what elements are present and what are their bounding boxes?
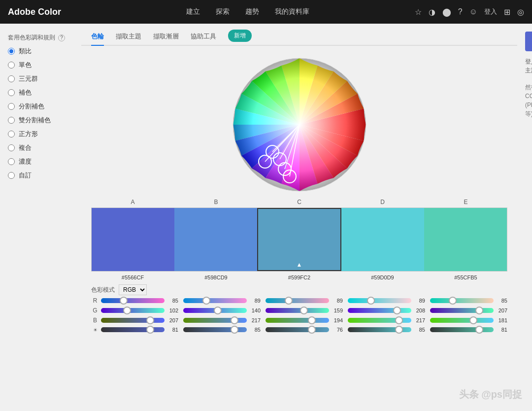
brightness-slider-c[interactable] — [266, 327, 329, 332]
g-value-c: 159 — [331, 308, 343, 313]
grid-icon[interactable]: ⊞ — [504, 7, 510, 17]
help-circle-icon[interactable]: ? — [58, 34, 65, 41]
nav-explore[interactable]: 探索 — [216, 7, 230, 16]
rule-custom[interactable]: 自訂 — [8, 171, 73, 180]
slider-row-r: R 85 89 89 89 — [91, 297, 507, 304]
login-link[interactable]: 登入 — [484, 7, 497, 16]
header: Adobe Color 建立 探索 趨勢 我的資料庫 ☆ ◑ ⬤ ? ☺ 登入 … — [0, 0, 532, 24]
r-slider-a[interactable] — [101, 298, 165, 303]
swatch-hex-row: #5566CF #598CD9 #599FC2 #59D0D9 #55CFB5 — [91, 274, 507, 280]
chat-icon[interactable]: ☺ — [469, 7, 477, 16]
rule-triad-label: 三元群 — [19, 74, 38, 83]
rule-triad[interactable]: 三元群 — [8, 74, 73, 83]
tab-capture-gradient[interactable]: 擷取漸層 — [153, 32, 179, 46]
swatch-d[interactable] — [341, 208, 424, 271]
b-col-d: 217 — [348, 317, 425, 323]
tab-capture-theme[interactable]: 擷取主題 — [116, 32, 141, 46]
rule-complementary[interactable]: 補色 — [8, 88, 73, 97]
rule-compound[interactable]: 複合 — [8, 143, 73, 152]
g-slider-c[interactable] — [266, 308, 329, 313]
g-slider-a[interactable] — [101, 308, 165, 313]
brightness-col-e: 81 — [430, 327, 507, 333]
brightness-slider-a[interactable] — [101, 327, 165, 332]
r-slider-e[interactable] — [430, 298, 494, 303]
g-col-a: 102 — [101, 308, 178, 313]
swatch-c[interactable] — [257, 208, 342, 271]
b-slider-group: 207 217 194 217 — [101, 317, 507, 323]
swatch-label-d: D — [341, 199, 424, 206]
g-slider-d[interactable] — [348, 308, 411, 313]
apps-icon[interactable]: ◎ — [517, 7, 524, 17]
color-wheel-svg[interactable] — [231, 56, 368, 194]
swatch-label-e: E — [424, 199, 507, 206]
swatch-e[interactable] — [424, 208, 507, 271]
rule-shades-label: 濃度 — [19, 157, 32, 166]
g-value-a: 102 — [166, 308, 178, 313]
rule-square[interactable]: 正方形 — [8, 130, 73, 138]
brightness-value-b: 85 — [249, 327, 261, 333]
rule-split-complementary-label: 分割補色 — [19, 102, 44, 111]
g-value-e: 207 — [496, 308, 507, 313]
r-slider-b[interactable] — [183, 298, 247, 303]
brightness-slider-e[interactable] — [430, 327, 494, 332]
b-slider-c[interactable] — [266, 318, 329, 323]
r-col-d: 89 — [348, 298, 425, 304]
moon-icon[interactable]: ◑ — [429, 7, 435, 17]
g-slider-e[interactable] — [430, 308, 494, 313]
color-wheel-container[interactable] — [231, 56, 368, 194]
nav-library[interactable]: 我的資料庫 — [275, 7, 309, 16]
nav-create[interactable]: 建立 — [186, 7, 200, 16]
hex-b: #598CD9 — [174, 274, 258, 280]
b-col-e: 181 — [430, 317, 507, 323]
b-value-a: 207 — [166, 317, 178, 323]
tab-accessibility[interactable]: 協助工具 — [191, 32, 216, 46]
g-slider-b[interactable] — [183, 308, 247, 313]
b-slider-d[interactable] — [348, 318, 411, 323]
slider-row-b: B 207 217 194 — [91, 317, 507, 324]
brightness-value-e: 81 — [496, 327, 507, 333]
star-icon[interactable]: ☆ — [415, 7, 422, 17]
center-content: 色輪 擷取主題 擷取漸層 協助工具 新增 — [81, 24, 517, 411]
b-value-d: 217 — [413, 317, 425, 323]
rule-monochromatic[interactable]: 單色 — [8, 61, 73, 69]
color-icon[interactable]: ⬤ — [442, 7, 451, 17]
brightness-slider-group: 81 85 76 85 — [101, 327, 507, 333]
rule-shades[interactable]: 濃度 — [8, 157, 73, 166]
g-col-d: 208 — [348, 308, 425, 313]
tab-new-badge: 新增 — [228, 30, 252, 42]
slider-row-brightness: ☀ 81 85 76 85 — [91, 327, 507, 333]
help-icon[interactable]: ? — [458, 7, 463, 16]
rule-compound-label: 複合 — [19, 143, 32, 152]
rule-double-split[interactable]: 雙分割補色 — [8, 116, 73, 125]
b-slider-b[interactable] — [183, 318, 247, 323]
sidebar: 套用色彩調和規則 ? 類比 單色 三元群 補色 分割補色 — [0, 24, 81, 411]
info-text: 然後，您可以通過 Adobe 調色盤或 CC Libraries，在 Adobe… — [525, 83, 532, 118]
r-value-b: 89 — [249, 298, 261, 304]
g-value-d: 208 — [413, 308, 425, 313]
color-mode-select[interactable]: RGB — [119, 284, 147, 295]
b-col-b: 217 — [183, 317, 261, 323]
color-mode-row: 色彩模式 RGB — [91, 284, 507, 295]
b-slider-e[interactable] — [430, 318, 494, 323]
rule-analogous[interactable]: 類比 — [8, 47, 73, 56]
r-slider-d[interactable] — [348, 298, 411, 303]
b-slider-a[interactable] — [101, 318, 165, 323]
login-text: 登入 Creative Cloud 以儲存此色彩主題 (從色輪或影像創建)。 — [525, 57, 532, 75]
tab-color-wheel[interactable]: 色輪 — [91, 32, 104, 46]
color-mode-label: 色彩模式 — [91, 286, 115, 294]
sidebar-section-title: 套用色彩調和規則 ? — [8, 34, 73, 42]
b-label: B — [91, 317, 99, 324]
g-value-b: 140 — [249, 308, 261, 313]
brightness-slider-b[interactable] — [183, 327, 247, 332]
r-label: R — [91, 297, 99, 304]
r-slider-c[interactable] — [266, 298, 329, 303]
b-col-a: 207 — [101, 317, 178, 323]
rule-split-complementary[interactable]: 分割補色 — [8, 102, 73, 111]
swatch-a[interactable] — [92, 208, 174, 271]
swatches-row — [91, 207, 507, 272]
nav-trends[interactable]: 趨勢 — [245, 7, 259, 16]
brightness-slider-d[interactable] — [348, 327, 411, 332]
swatch-b[interactable] — [174, 208, 257, 271]
tabs-bar: 色輪 擷取主題 擷取漸層 協助工具 新增 — [81, 24, 517, 46]
g-col-b: 140 — [183, 308, 261, 313]
